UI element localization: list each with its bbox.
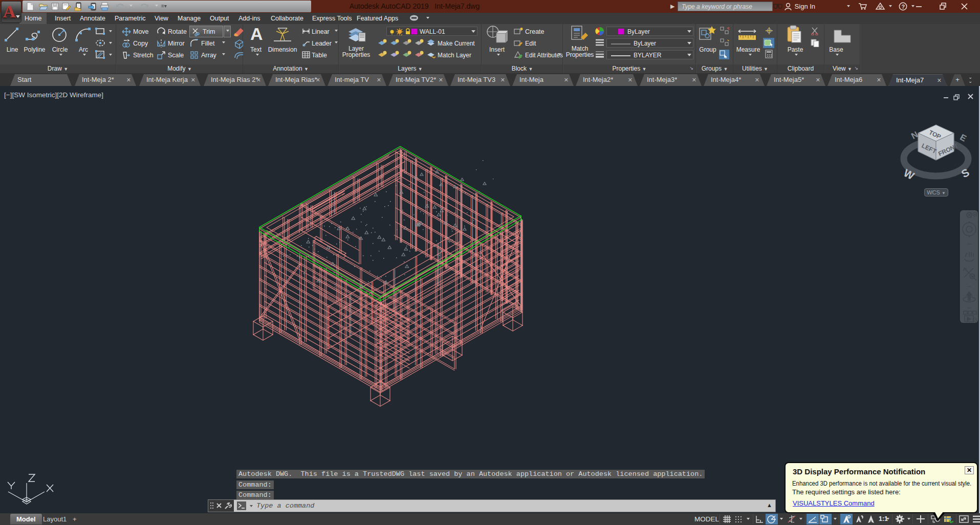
svg-text:E: E <box>959 132 968 143</box>
svg-text:S: S <box>960 166 971 180</box>
